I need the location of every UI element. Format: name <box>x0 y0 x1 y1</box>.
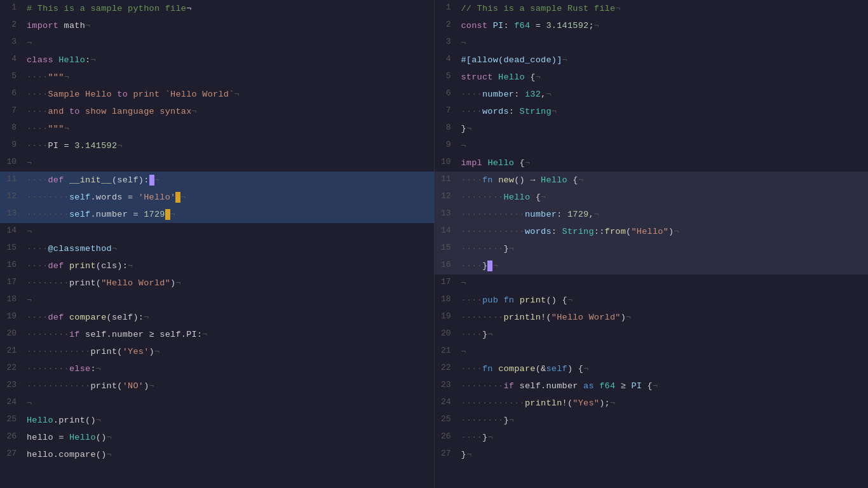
line-9: 9 ····PI = 3.141592¬ <box>0 137 434 154</box>
line-4: 4 class Hello:¬ <box>0 51 434 69</box>
line-13: 13 ········self.number = 1729¬ <box>0 206 434 223</box>
rust-line-20: 20 ····}¬ <box>435 326 869 343</box>
line-11: 11 ····def __init__(self):¬ <box>0 172 434 189</box>
line-22: 22 ········else:¬ <box>0 360 434 377</box>
line-2: 2 import math¬ <box>0 17 434 34</box>
rust-line-27: 27 }¬ <box>435 446 869 463</box>
rust-line-2: 2 const PI: f64 = 3.141592;¬ <box>435 17 869 34</box>
line-10: 10 ¬ <box>0 154 434 172</box>
line-5: 5 ····"""¬ <box>0 69 434 86</box>
line-16: 16 ····def print(cls):¬ <box>0 257 434 274</box>
rust-line-16: 16 ····}¬ <box>435 257 869 274</box>
rust-line-15: 15 ········}¬ <box>435 240 869 257</box>
rust-line-24: 24 ············println!("Yes");¬ <box>435 395 869 412</box>
rust-line-6: 6 ····number: i32,¬ <box>435 86 869 103</box>
rust-line-14: 14 ············words: String::from("Hell… <box>435 223 869 240</box>
line-18: 18 ¬ <box>0 292 434 309</box>
rust-line-18: 18 ····pub fn print() {¬ <box>435 292 869 309</box>
rust-line-25: 25 ········}¬ <box>435 412 869 429</box>
rust-line-19: 19 ········println!("Hello World")¬ <box>435 309 869 326</box>
rust-line-5: 5 struct Hello {¬ <box>435 69 869 86</box>
line-14: 14 ¬ <box>0 223 434 240</box>
python-pane[interactable]: 1 # This is a sample python file¬ 2 impo… <box>0 0 435 488</box>
rust-line-11: 11 ····fn new() → Hello {¬ <box>435 172 869 189</box>
line-27: 27 hello.compare()¬ <box>0 446 434 463</box>
line-3: 3 ¬ <box>0 34 434 51</box>
rust-line-13: 13 ············number: 1729,¬ <box>435 206 869 223</box>
line-8: 8 ····"""¬ <box>0 120 434 137</box>
line-21: 21 ············print('Yes')¬ <box>0 343 434 360</box>
rust-line-4: 4 #[allow(dead_code)]¬ <box>435 51 869 69</box>
python-code: 1 # This is a sample python file¬ 2 impo… <box>0 0 434 488</box>
line-19: 19 ····def compare(self):¬ <box>0 309 434 326</box>
rust-line-26: 26 ····}¬ <box>435 429 869 446</box>
line-26: 26 hello = Hello()¬ <box>0 429 434 446</box>
line-23: 23 ············print('NO')¬ <box>0 377 434 395</box>
rust-line-17: 17 ¬ <box>435 274 869 292</box>
rust-pane[interactable]: 1 // This is a sample Rust file¬ 2 const… <box>435 0 869 488</box>
line-20: 20 ········if self.number ≥ self.PI:¬ <box>0 326 434 343</box>
rust-line-8: 8 }¬ <box>435 120 869 137</box>
rust-line-10: 10 impl Hello {¬ <box>435 154 869 172</box>
rust-line-9: 9 ¬ <box>435 137 869 154</box>
line-7: 7 ····and to show language syntax¬ <box>0 103 434 120</box>
rust-line-1: 1 // This is a sample Rust file¬ <box>435 0 869 17</box>
line-24: 24 ¬ <box>0 395 434 412</box>
line-17: 17 ········print("Hello World")¬ <box>0 274 434 292</box>
line-6: 6 ····Sample Hello to print `Hello World… <box>0 86 434 103</box>
line-12: 12 ········self.words = 'Hello'¬ <box>0 189 434 206</box>
line-15: 15 ····@classmethod¬ <box>0 240 434 257</box>
rust-line-22: 22 ····fn compare(&self) {¬ <box>435 360 869 377</box>
rust-line-21: 21 ¬ <box>435 343 869 360</box>
rust-line-23: 23 ········if self.number as f64 ≥ PI {¬ <box>435 377 869 395</box>
rust-line-12: 12 ········Hello {¬ <box>435 189 869 206</box>
rust-line-3: 3 ¬ <box>435 34 869 51</box>
rust-code: 1 // This is a sample Rust file¬ 2 const… <box>435 0 869 488</box>
line-1: 1 # This is a sample python file¬ <box>0 0 434 17</box>
rust-line-7: 7 ····words: String¬ <box>435 103 869 120</box>
line-25: 25 Hello.print()¬ <box>0 412 434 429</box>
